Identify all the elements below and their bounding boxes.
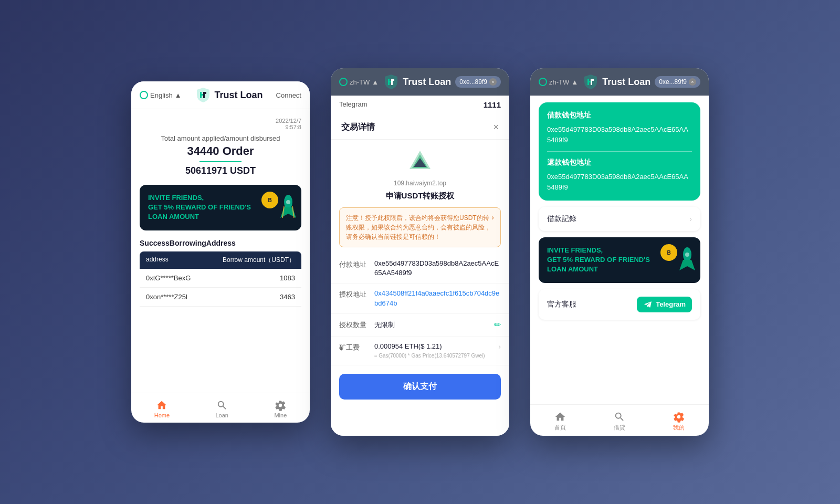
lang-arrow-2: ▲: [372, 78, 379, 86]
gear-icon: [275, 400, 286, 411]
language-label: English: [150, 91, 173, 99]
transaction-modal: 交易详情 × 109.haiwaiym2.top 申请USDT转账授权 注意！授…: [331, 113, 509, 436]
modal-subtitle: 申请USDT转账授权: [331, 191, 509, 201]
row2-address: 0xon*****Z25l: [146, 293, 187, 301]
app-name: Trust Loan: [215, 90, 263, 101]
lang-arrow-3: ▲: [571, 78, 578, 86]
svg-point-6: [685, 253, 689, 257]
warning-arrow: ›: [491, 213, 494, 222]
card-divider: [547, 151, 692, 152]
lang-arrow: ▲: [175, 91, 182, 99]
banner-text-3: INVITE FRIENDS, GET 5% REWARD OF FRIEND'…: [547, 246, 650, 275]
binance-icon: B: [261, 192, 278, 208]
usdt-amount: 50611971 USDT: [140, 165, 301, 176]
notif-value: 1111: [484, 100, 501, 109]
phone-2: zh-TW ▲ Trust Loan 0xe...89f9 × Telegram…: [331, 68, 509, 436]
language-selector[interactable]: English ▲: [140, 91, 182, 99]
auth-amount-field: 授权数量 无限制 ✏: [331, 314, 509, 337]
banner-text: INVITE FRIENDS, GET 5% REWARD OF FRIEND'…: [148, 193, 251, 222]
search-icon: [216, 400, 228, 411]
repay-address-title: 還款钱包地址: [547, 158, 692, 167]
modal-header: 交易详情 ×: [331, 113, 509, 140]
table-header: address Borrow amount（USDT）: [140, 251, 301, 269]
app-name-3: Trust Loan: [602, 77, 650, 88]
svg-point-1: [286, 200, 290, 204]
col-amount: Borrow amount（USDT）: [223, 256, 295, 265]
stats-date: 2022/12/7 9:57:8: [140, 118, 301, 130]
borrowing-table: SuccessBorrowingAddress address Borrow a…: [131, 239, 310, 315]
rocket-icon: [280, 192, 296, 223]
trust-logo-icon-3: [582, 75, 599, 89]
phone2-header: zh-TW ▲ Trust Loan 0xe...89f9 ×: [331, 68, 509, 96]
bottom-nav: Home Loan Mine: [131, 393, 310, 423]
notification-row: Telegram 1111: [331, 96, 509, 113]
chevron-right-icon[interactable]: ›: [498, 342, 501, 352]
table-row: 0xon*****Z25l 3463: [140, 288, 301, 307]
row1-amount: 1083: [280, 274, 295, 282]
loan-record-chevron: ›: [689, 215, 692, 223]
globe-icon-2: [339, 78, 348, 86]
notif-label: Telegram: [339, 100, 367, 109]
warning-text: 注意！授予此权限后，该合约将会获得您USDT的转账权限，如果该合约为恶意合约，会…: [346, 213, 491, 242]
telegram-icon: [643, 300, 653, 309]
home-icon: [156, 400, 167, 411]
nav-mine[interactable]: Mine: [274, 400, 287, 418]
language-label-3: zh-TW: [549, 78, 569, 86]
confirm-payment-button[interactable]: 确认支付: [339, 374, 501, 400]
stats-divider: [200, 161, 242, 162]
connect-button[interactable]: Connect: [276, 91, 301, 99]
app-logo-3: Trust Loan: [582, 75, 650, 89]
disconnect-icon-3[interactable]: ×: [689, 78, 696, 86]
modal-close-button[interactable]: ×: [493, 122, 499, 133]
phone3-header: zh-TW ▲ Trust Loan 0xe...89f9 ×: [530, 68, 709, 96]
phone1-header: English ▲ Trust Loan Connect: [131, 81, 310, 109]
rocket-icon-3: [679, 244, 695, 276]
home-icon-3: [554, 411, 566, 423]
globe-icon: [140, 91, 148, 99]
app-name-2: Trust Loan: [403, 77, 451, 88]
bottom-nav-3: 首頁 借貸 我的: [530, 404, 709, 436]
nav-loan-zh[interactable]: 借貸: [614, 411, 625, 432]
edit-icon[interactable]: ✏: [494, 319, 501, 331]
binance-icon-3: B: [660, 244, 677, 261]
payer-field: 付款地址 0xe55d497783D03a598db8A2aec5AAcE65A…: [331, 254, 509, 284]
nav-home[interactable]: Home: [154, 400, 170, 418]
phone-3: zh-TW ▲ Trust Loan 0xe...89f9 × 借款钱包地址 0…: [530, 68, 709, 436]
language-label-2: zh-TW: [350, 78, 370, 86]
invite-banner[interactable]: INVITE FRIENDS, GET 5% REWARD OF FRIEND'…: [140, 185, 301, 230]
modal-title: 交易详情: [341, 122, 375, 133]
customer-service-row: 官方客服 Telegram: [539, 289, 700, 320]
language-selector-2[interactable]: zh-TW ▲: [339, 78, 379, 86]
vue-logo-icon: [407, 148, 433, 174]
nav-mine-zh[interactable]: 我的: [673, 411, 685, 432]
loan-record-label: 借款記錄: [547, 214, 576, 224]
banner-deco-3: B: [660, 244, 695, 276]
col-address: address: [146, 256, 169, 265]
nav-loan[interactable]: Loan: [216, 400, 228, 418]
customer-service-label: 官方客服: [547, 300, 576, 309]
search-icon-3: [614, 411, 625, 423]
borrow-address-card: 借款钱包地址 0xe55d497783D03a598db8A2aec5AAcE6…: [539, 102, 700, 201]
repay-address-value: 0xe55d497783D03a598db8A2aec5AAcE65AA5489…: [547, 172, 692, 192]
borrow-address-title: 借款钱包地址: [547, 111, 692, 120]
row2-amount: 3463: [280, 293, 295, 301]
gear-icon-3: [673, 411, 685, 423]
telegram-button[interactable]: Telegram: [637, 297, 692, 312]
app-logo-2: Trust Loan: [383, 75, 451, 89]
nav-home-zh[interactable]: 首頁: [554, 411, 566, 432]
auth-address-field: 授权地址 0x434508ff21f4a0aaecfc1f615cb704dc9…: [331, 284, 509, 313]
language-selector-3[interactable]: zh-TW ▲: [539, 78, 578, 86]
stats-section: 2022/12/7 9:57:8 Total amount applied/am…: [131, 109, 310, 185]
wallet-address: 0xe...89f9 ×: [455, 76, 501, 88]
trust-logo-icon: [195, 88, 212, 102]
app-logo: Trust Loan: [195, 88, 263, 102]
stats-title: Total amount applied/amount disbursed: [140, 134, 301, 142]
globe-icon-3: [539, 78, 547, 86]
loan-record-row[interactable]: 借款記錄 ›: [539, 207, 700, 231]
wallet-address-3: 0xe...89f9 ×: [655, 76, 700, 88]
invite-banner-3[interactable]: INVITE FRIENDS, GET 5% REWARD OF FRIEND'…: [539, 237, 700, 283]
modal-icon-area: 109.haiwaiym2.top: [331, 140, 509, 191]
borrow-address-value: 0xe55d497783D03a598db8A2aec5AAcE65AA5489…: [547, 124, 692, 145]
table-row: 0xtG*****BexG 1083: [140, 269, 301, 288]
disconnect-icon[interactable]: ×: [489, 78, 497, 86]
